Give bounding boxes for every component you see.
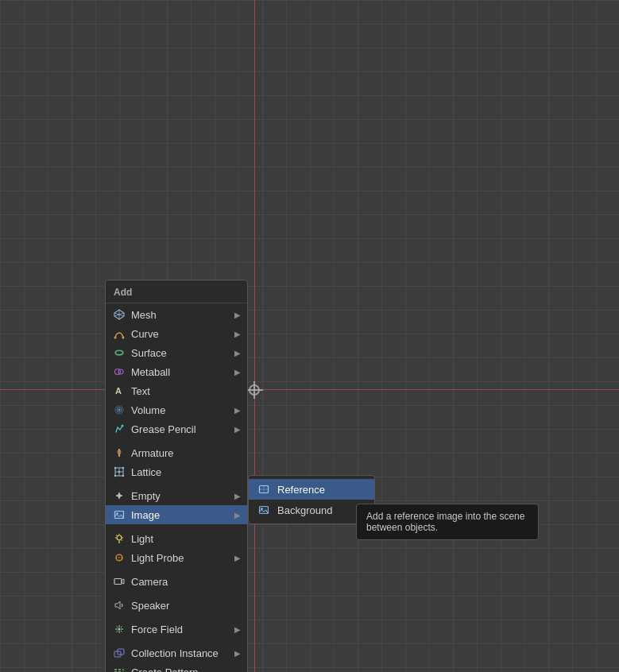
empty-arrow: ▶ <box>234 492 241 500</box>
svg-point-13 <box>122 425 124 427</box>
text-icon: A <box>112 384 126 398</box>
svg-line-47 <box>117 627 118 628</box>
surface-label: Surface <box>131 347 234 359</box>
camera-label: Camera <box>131 576 241 588</box>
curve-arrow: ▶ <box>234 330 241 338</box>
menu-title: Add <box>106 284 247 303</box>
camera-icon <box>112 574 126 589</box>
menu-item-grease-pencil[interactable]: Grease Pencil ▶ <box>106 419 247 438</box>
volume-icon <box>112 403 126 417</box>
svg-point-29 <box>117 535 122 540</box>
menu-item-light[interactable]: Light <box>106 529 247 548</box>
armature-icon <box>112 446 126 460</box>
svg-marker-41 <box>115 601 120 609</box>
collection-instance-arrow: ▶ <box>234 649 241 658</box>
volume-arrow: ▶ <box>234 406 241 415</box>
image-arrow: ▶ <box>234 511 241 519</box>
lattice-label: Lattice <box>131 466 241 478</box>
background-label: Background <box>277 504 366 516</box>
svg-point-19 <box>114 467 116 469</box>
menu-item-lattice[interactable]: Lattice <box>106 462 247 481</box>
tooltip-text: Add a reference image into the scene bet… <box>366 511 524 533</box>
menu-item-speaker[interactable]: Speaker <box>106 596 247 615</box>
grease-pencil-icon <box>112 422 126 436</box>
speaker-icon <box>112 598 126 612</box>
svg-line-35 <box>122 540 122 541</box>
light-probe-arrow: ▶ <box>234 554 241 562</box>
reference-label: Reference <box>277 484 366 496</box>
menu-item-mesh[interactable]: Mesh ▶ <box>106 305 247 324</box>
svg-line-49 <box>117 631 118 632</box>
text-label: Text <box>131 385 241 397</box>
curve-label: Curve <box>131 328 234 340</box>
svg-point-12 <box>118 409 121 411</box>
menu-item-light-probe[interactable]: Light Probe ▶ <box>106 548 247 567</box>
reference-icon <box>257 482 271 496</box>
svg-point-21 <box>114 475 116 477</box>
surface-icon <box>112 346 126 360</box>
svg-text:A: A <box>115 386 122 396</box>
speaker-label: Speaker <box>131 600 241 612</box>
menu-item-create-pattern[interactable]: Create Pattern <box>106 662 247 672</box>
menu-item-image[interactable]: Image ▶ <box>106 505 247 524</box>
light-probe-label: Light Probe <box>131 552 234 564</box>
force-field-icon <box>112 622 126 636</box>
background-icon <box>257 503 271 517</box>
menu-item-camera[interactable]: Camera <box>106 572 247 591</box>
surface-arrow: ▶ <box>234 349 241 357</box>
create-pattern-icon <box>112 665 126 672</box>
menu-item-surface[interactable]: Surface ▶ <box>106 343 247 362</box>
viewport[interactable] <box>0 0 619 672</box>
axis-vertical <box>254 0 255 672</box>
armature-label: Armature <box>131 447 241 459</box>
light-probe-icon <box>112 550 126 565</box>
menu-item-metaball[interactable]: Metaball ▶ <box>106 362 247 381</box>
image-label: Image <box>131 509 234 521</box>
grease-pencil-arrow: ▶ <box>234 425 241 434</box>
menu-item-text[interactable]: A Text <box>106 381 247 400</box>
mesh-arrow: ▶ <box>234 311 241 319</box>
grease-pencil-label: Grease Pencil <box>131 423 234 435</box>
light-icon <box>112 531 126 546</box>
metaball-icon <box>112 365 126 379</box>
menu-item-armature[interactable]: Armature <box>106 443 247 462</box>
svg-marker-40 <box>122 579 124 584</box>
light-label: Light <box>131 533 241 545</box>
svg-point-42 <box>118 628 121 631</box>
lattice-icon <box>112 465 126 479</box>
menu-item-empty[interactable]: Empty ▶ <box>106 486 247 505</box>
svg-rect-39 <box>114 579 122 585</box>
create-pattern-label: Create Pattern <box>131 666 241 673</box>
metaball-arrow: ▶ <box>234 368 241 377</box>
collection-instance-label: Collection Instance <box>131 647 234 659</box>
force-field-arrow: ▶ <box>234 625 241 634</box>
mesh-label: Mesh <box>131 309 234 321</box>
empty-icon <box>112 489 126 503</box>
menu-item-collection-instance[interactable]: Collection Instance ▶ <box>106 643 247 662</box>
svg-line-48 <box>121 631 122 632</box>
svg-point-4 <box>114 337 117 339</box>
axis-horizontal <box>0 389 619 390</box>
menu-item-force-field[interactable]: Force Field ▶ <box>106 620 247 639</box>
svg-point-20 <box>122 467 124 469</box>
svg-point-22 <box>122 475 124 477</box>
mesh-icon <box>112 307 126 322</box>
curve-icon <box>112 326 126 341</box>
svg-point-23 <box>118 471 120 473</box>
volume-label: Volume <box>131 404 234 416</box>
force-field-label: Force Field <box>131 624 234 635</box>
menu-item-curve[interactable]: Curve ▶ <box>106 324 247 343</box>
collection-instance-icon <box>112 646 126 660</box>
svg-line-34 <box>117 535 118 536</box>
svg-line-50 <box>121 627 122 628</box>
submenu-item-reference[interactable]: Reference <box>249 479 374 500</box>
add-menu: Add Mesh ▶ Curve ▶ <box>105 280 248 672</box>
crosshair-circle <box>249 384 260 396</box>
tooltip: Add a reference image into the scene bet… <box>356 504 539 540</box>
svg-point-5 <box>122 337 125 339</box>
image-icon <box>112 508 126 522</box>
metaball-label: Metaball <box>131 366 234 378</box>
empty-label: Empty <box>131 490 234 502</box>
menu-item-volume[interactable]: Volume ▶ <box>106 400 247 419</box>
